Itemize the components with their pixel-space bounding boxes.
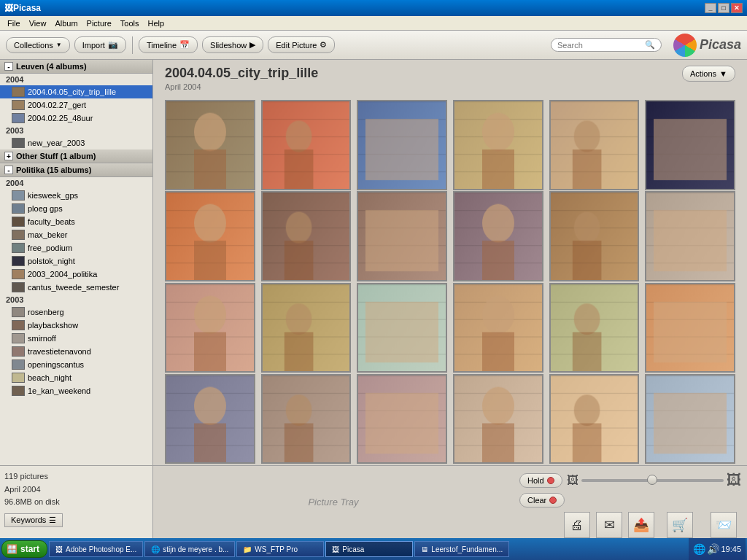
album-48uur[interactable]: 2004.02.25_48uur: [0, 112, 152, 125]
album-faculty-beats[interactable]: faculty_beats: [0, 215, 152, 228]
clear-indicator: [549, 497, 557, 504]
actions-label: Actions: [690, 69, 716, 78]
year-2004-leuven: 2004 2004.04.05_city_trip_lille 2004.02.…: [0, 74, 152, 125]
taskbar-picasa[interactable]: 🖼 Picasa: [325, 541, 413, 557]
group-toggle-leuven[interactable]: -: [4, 62, 13, 71]
sidebar-scroll[interactable]: - Leuven (4 albums) 2004 2004.04.05_city…: [0, 60, 152, 465]
menu-album[interactable]: Album: [50, 18, 82, 29]
search-icon: 🔍: [645, 40, 655, 50]
photo-cell-8[interactable]: [357, 191, 447, 281]
album-playbackshow[interactable]: playbackshow: [0, 319, 152, 332]
album-beach-night[interactable]: beach_night: [0, 371, 152, 384]
collections-label: Collections: [14, 41, 53, 50]
photo-cell-0[interactable]: [165, 100, 255, 190]
photo-cell-11[interactable]: [645, 191, 735, 281]
tray-email[interactable]: ✉ E-mail: [596, 512, 622, 538]
search-input[interactable]: [557, 41, 645, 50]
maximize-button[interactable]: □: [718, 3, 729, 13]
photo-cell-16[interactable]: [549, 283, 640, 373]
photo-cell-4[interactable]: [549, 100, 640, 190]
sidebar-bottom: 119 pictures April 2004 96.8MB on disk K…: [0, 465, 152, 538]
photo-cell-21[interactable]: [453, 374, 543, 464]
photo-cell-3[interactable]: [453, 100, 543, 190]
album-free-podium[interactable]: free_podium: [0, 241, 152, 254]
menubar: File View Album Picture Tools Help: [0, 16, 747, 31]
actions-button[interactable]: Actions ▼: [682, 66, 735, 82]
photo-date: April 2004: [4, 483, 148, 497]
menu-tools[interactable]: Tools: [116, 18, 144, 29]
menu-picture[interactable]: Picture: [82, 18, 116, 29]
photo-cell-13[interactable]: [261, 283, 352, 373]
tray-print[interactable]: 🖨 Print: [564, 512, 590, 538]
album-thumb-48uur: [12, 113, 25, 123]
album-ploeg-gps[interactable]: ploeg gps: [0, 202, 152, 215]
slider-thumb[interactable]: [647, 475, 657, 485]
volume-icon: 🔊: [707, 543, 719, 555]
album-polstok-night[interactable]: polstok_night: [0, 254, 152, 268]
year-2003-leuven: 2003 new_year_2003: [0, 125, 152, 149]
photo-count: 119 pictures: [4, 470, 148, 483]
photo-cell-19[interactable]: [261, 374, 352, 464]
album-city-trip-lille[interactable]: 2004.04.05_city_trip_lille: [0, 85, 152, 98]
taskbar-ftp[interactable]: 📁 WS_FTP Pro: [236, 541, 324, 557]
slideshow-button[interactable]: Slideshow ▶: [202, 36, 263, 53]
size-large-icon: 🖼: [727, 472, 741, 489]
photo-cell-5[interactable]: [645, 100, 735, 190]
photo-cell-1[interactable]: [261, 100, 352, 190]
taskbar-photoshop[interactable]: 🖼 Adobe Photoshop E...: [49, 541, 143, 557]
group-otherstuff[interactable]: + Other Stuff (1 album): [0, 149, 152, 163]
photo-cell-22[interactable]: [549, 374, 640, 464]
album-1e-kan[interactable]: 1e_kan_weekend: [0, 384, 152, 397]
photo-cell-9[interactable]: [453, 191, 543, 281]
taskbar-leerstof[interactable]: 🖥 Leerstof_Fundamen...: [414, 541, 509, 557]
tray-send-hello[interactable]: 📨 Send Hello: [705, 512, 741, 538]
search-box[interactable]: 🔍: [551, 38, 662, 52]
photoshop-icon: 🖼: [55, 545, 63, 553]
close-button[interactable]: ✕: [731, 3, 743, 13]
group-toggle-politika[interactable]: -: [4, 166, 13, 174]
album-kiesweek-gps[interactable]: kiesweek_gps: [0, 189, 152, 202]
group-politika[interactable]: - Politika (15 albums): [0, 163, 152, 177]
hold-button[interactable]: Hold: [519, 473, 562, 488]
photo-cell-6[interactable]: [165, 191, 255, 281]
tray-export[interactable]: 📤 Export: [628, 512, 654, 538]
album-rosenberg[interactable]: rosenberg: [0, 306, 152, 319]
menu-help[interactable]: Help: [144, 18, 169, 29]
album-new-year-2003[interactable]: new_year_2003: [0, 136, 152, 149]
album-cantus[interactable]: cantus_tweede_semester: [0, 281, 152, 294]
import-button[interactable]: Import 📷: [74, 36, 126, 53]
browser-label: stijn de meyere . b...: [163, 545, 228, 553]
collections-button[interactable]: Collections ▼: [6, 37, 70, 53]
edit-picture-button[interactable]: Edit Picture ⚙: [268, 36, 335, 53]
group-toggle-otherstuff[interactable]: +: [4, 152, 13, 160]
album-openings[interactable]: openingscantus: [0, 358, 152, 371]
album-travestie[interactable]: travestietenavond: [0, 345, 152, 358]
photo-cell-2[interactable]: [357, 100, 447, 190]
photo-cell-17[interactable]: [645, 283, 735, 373]
photo-cell-18[interactable]: [165, 374, 255, 464]
album-smirnoff[interactable]: smirnoff: [0, 332, 152, 345]
album-2003-2004[interactable]: 2003_2004_politika: [0, 268, 152, 281]
photo-cell-12[interactable]: [165, 283, 255, 373]
photo-cell-7[interactable]: [261, 191, 352, 281]
clear-button[interactable]: Clear: [519, 493, 565, 508]
photo-cell-23[interactable]: [645, 374, 735, 464]
album-gert[interactable]: 2004.02.27_gert: [0, 98, 152, 112]
keywords-button[interactable]: Keywords ☰: [4, 513, 63, 527]
timeline-button[interactable]: Timeline 📅: [139, 36, 198, 53]
leerstof-icon: 🖥: [421, 545, 428, 553]
menu-view[interactable]: View: [25, 18, 51, 29]
photo-cell-14[interactable]: [357, 283, 447, 373]
group-leuven[interactable]: - Leuven (4 albums): [0, 60, 152, 74]
menu-file[interactable]: File: [3, 18, 25, 29]
photo-cell-10[interactable]: [549, 191, 640, 281]
photo-cell-20[interactable]: [357, 374, 447, 464]
tray-order[interactable]: 🛒 Order Prints: [660, 512, 700, 538]
order-icon: 🛒: [667, 512, 693, 538]
photo-cell-15[interactable]: [453, 283, 543, 373]
start-button[interactable]: 🪟 start: [1, 540, 47, 558]
taskbar-browser[interactable]: 🌐 stijn de meyere . b...: [144, 541, 235, 557]
start-windows-icon: 🪟: [7, 544, 18, 554]
album-max-beker[interactable]: max_beker: [0, 228, 152, 241]
minimize-button[interactable]: _: [705, 3, 716, 13]
